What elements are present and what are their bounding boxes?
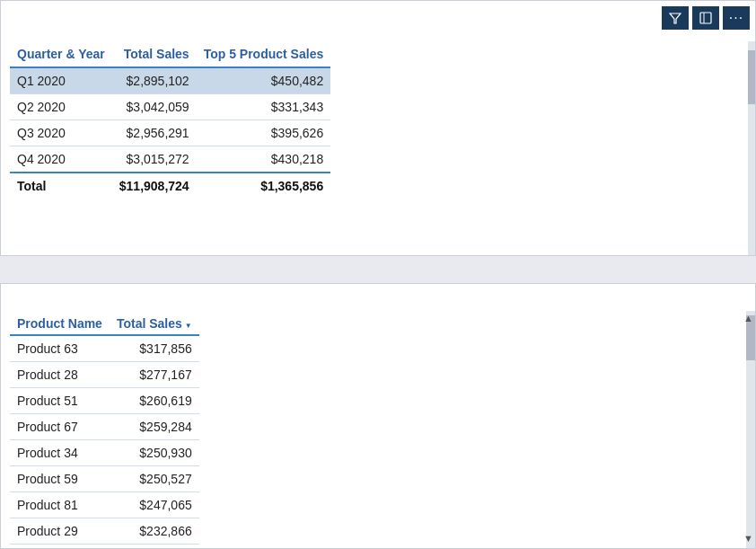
top5-sales-cell: $331,343 — [197, 94, 331, 120]
quarter-cell: Q2 2020 — [10, 94, 112, 120]
product-name-cell: Product 59 — [10, 466, 110, 492]
product-name-cell: Product 51 — [10, 388, 110, 414]
top5-sales-cell: $430,218 — [197, 146, 331, 173]
product-table-row[interactable]: Product 51 $260,619 — [10, 388, 199, 414]
product-name-cell: Product 67 — [10, 414, 110, 440]
footer-top5-sales: $1,365,856 — [197, 173, 331, 199]
quarterly-table-row[interactable]: Q3 2020 $2,956,291 $395,626 — [10, 120, 330, 146]
panel-separator — [0, 256, 756, 283]
product-scrollbar[interactable] — [746, 311, 755, 548]
product-name-cell: Product 29 — [10, 518, 110, 545]
product-table-row[interactable]: Product 29 $232,866 — [10, 518, 199, 545]
product-name-cell: Product 34 — [10, 440, 110, 466]
quarterly-scrollbar[interactable] — [748, 41, 755, 255]
product-table-row[interactable]: Product 67 $259,284 — [10, 414, 199, 440]
product-sales-cell: $260,619 — [110, 388, 199, 414]
quarterly-sales-panel: ··· Quarter & Year Total Sales Top 5 Pro… — [0, 0, 756, 256]
footer-label: Total — [10, 173, 112, 199]
more-button[interactable]: ··· — [723, 6, 750, 30]
quarterly-table-row[interactable]: Q2 2020 $3,042,059 $331,343 — [10, 94, 330, 120]
product-name-cell: Product 81 — [10, 492, 110, 518]
product-sales-cell: $277,167 — [110, 362, 199, 388]
col-header-product-name: Product Name — [10, 311, 110, 335]
product-sales-cell: $250,527 — [110, 466, 199, 492]
col-header-quarter: Quarter & Year — [10, 41, 112, 67]
col-header-total-sales: Total Sales — [112, 41, 197, 67]
quarterly-table-row[interactable]: Q4 2020 $3,015,272 $430,218 — [10, 146, 330, 173]
product-sales-cell: $317,856 — [110, 335, 199, 362]
footer-total-sales: $11,908,724 — [112, 173, 197, 199]
quarter-cell: Q4 2020 — [10, 146, 112, 173]
product-table-row[interactable]: Product 59 $250,527 — [10, 466, 199, 492]
product-table-row[interactable]: Product 28 $277,167 — [10, 362, 199, 388]
quarter-cell: Q1 2020 — [10, 67, 112, 94]
product-sales-cell: $259,284 — [110, 414, 199, 440]
col-header-product-sales[interactable]: Total Sales — [110, 311, 199, 335]
product-sales-cell: $247,065 — [110, 492, 199, 518]
product-sales-cell: $232,866 — [110, 518, 199, 545]
svg-rect-1 — [700, 13, 711, 23]
quarter-cell: Q3 2020 — [10, 120, 112, 146]
product-name-cell: Product 63 — [10, 335, 110, 362]
product-table-row[interactable]: Product 81 $247,065 — [10, 492, 199, 518]
quarterly-scrollbar-thumb[interactable] — [748, 50, 755, 104]
total-sales-cell: $2,956,291 — [112, 120, 197, 146]
product-table: Product Name Total Sales Product 63 $317… — [10, 311, 199, 545]
product-sales-panel: Product Name Total Sales Product 63 $317… — [0, 283, 756, 549]
quarterly-table: Quarter & Year Total Sales Top 5 Product… — [10, 41, 330, 199]
total-sales-cell: $3,015,272 — [112, 146, 197, 173]
scroll-down-icon[interactable]: ▼ — [743, 533, 753, 544]
product-table-row[interactable]: Product 63 $317,856 — [10, 335, 199, 362]
quarterly-table-row[interactable]: Q1 2020 $2,895,102 $450,482 — [10, 67, 330, 94]
filter-button[interactable] — [662, 6, 689, 30]
total-sales-cell: $3,042,059 — [112, 94, 197, 120]
product-name-cell: Product 28 — [10, 362, 110, 388]
col-header-top5-sales: Top 5 Product Sales — [197, 41, 331, 67]
top5-sales-cell: $450,482 — [197, 67, 331, 94]
product-table-row[interactable]: Product 34 $250,930 — [10, 440, 199, 466]
svg-marker-0 — [670, 13, 681, 23]
top5-sales-cell: $395,626 — [197, 120, 331, 146]
panel-toolbar: ··· — [662, 6, 750, 30]
total-sales-cell: $2,895,102 — [112, 67, 197, 94]
expand-button[interactable] — [692, 6, 719, 30]
product-sales-cell: $250,930 — [110, 440, 199, 466]
scroll-up-icon[interactable]: ▲ — [743, 313, 753, 323]
